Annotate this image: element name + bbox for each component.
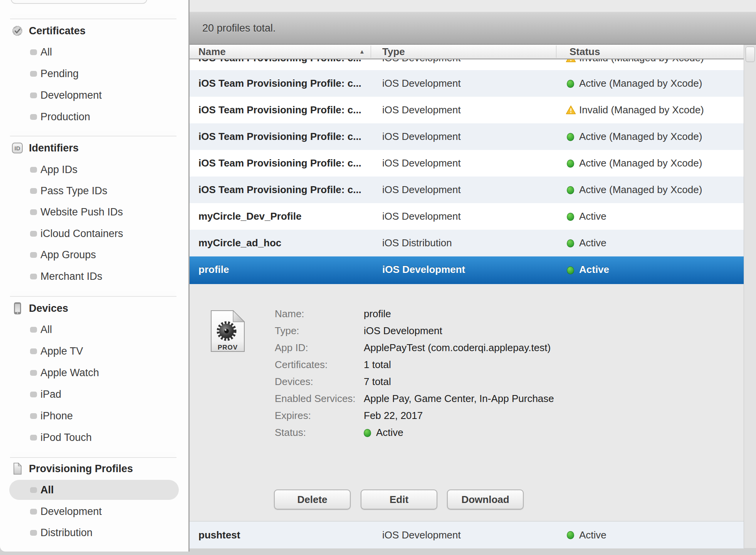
section-label: Devices: [29, 300, 68, 317]
column-header-status[interactable]: Status: [570, 45, 600, 59]
profile-status: Active: [579, 230, 606, 256]
table-row[interactable]: iOS Team Provisioning Profile: c... iOS …: [190, 123, 744, 150]
sidebar-divider: [10, 457, 176, 458]
scrollbar-thumb[interactable]: [746, 47, 755, 62]
sidebar-item-certificates-production[interactable]: Production: [0, 108, 188, 125]
profile-name: myCircle_Dev_Profile: [198, 203, 301, 230]
sidebar-item-profiles-all[interactable]: All: [0, 481, 188, 498]
sidebar-section-certificates: Certificates: [0, 22, 188, 39]
section-label: Identifiers: [29, 140, 79, 156]
profile-type: iOS Development: [382, 203, 461, 230]
sidebar-scrolled-item: [11, 0, 147, 4]
profile-name: iOS Team Provisioning Profile: c...: [198, 59, 361, 70]
profile-status: Active (Managed by Xcode): [579, 70, 702, 97]
bullet-icon: [30, 167, 37, 173]
profile-status: Invalid (Managed by Xcode): [579, 59, 704, 70]
section-label: Certificates: [29, 22, 86, 39]
edit-button[interactable]: Edit: [361, 489, 437, 510]
profile-type: iOS Distribution: [382, 230, 452, 256]
table-row-selected[interactable]: profile iOS Development Active: [190, 256, 744, 284]
status-invalid-icon: [566, 59, 576, 62]
profile-name: iOS Team Provisioning Profile: c...: [198, 97, 361, 123]
sidebar-item-profiles-development[interactable]: Development: [0, 503, 188, 520]
sidebar-item-iphone[interactable]: iPhone: [0, 407, 188, 424]
sidebar-item-devices-all[interactable]: All: [0, 321, 188, 338]
sidebar-item-app-ids[interactable]: App IDs: [0, 161, 188, 178]
bullet-icon: [30, 114, 37, 120]
device-icon: [11, 302, 24, 315]
status-active-icon: [567, 133, 574, 141]
profiles-main-pane: 20 profiles total. Name ▲ Type Status iO…: [190, 0, 756, 548]
column-divider: [371, 45, 371, 58]
table-row[interactable]: iOS Team Provisioning Profile: c... iOS …: [190, 150, 744, 177]
profile-type: iOS Development: [382, 59, 461, 70]
sidebar: Certificates All Pending Development Pro…: [0, 0, 190, 552]
column-divider: [556, 45, 556, 58]
sidebar-item-certificates-development[interactable]: Development: [0, 87, 188, 104]
profile-name: profile: [198, 256, 229, 283]
detail-field-type: Type: iOS Development: [190, 322, 744, 339]
profile-name: myCircle_ad_hoc: [198, 230, 281, 256]
sidebar-item-certificates-pending[interactable]: Pending: [0, 65, 188, 82]
sidebar-item-icloud-containers[interactable]: iCloud Containers: [0, 225, 188, 242]
table-row-clipped[interactable]: iOS Team Provisioning Profile: c... iOS …: [190, 59, 744, 70]
sidebar-item-profiles-distribution[interactable]: Distribution: [0, 524, 188, 541]
download-button[interactable]: Download: [447, 489, 524, 510]
table-row[interactable]: myCircle_Dev_Profile iOS Development Act…: [190, 203, 744, 230]
bullet-icon: [30, 413, 37, 419]
document-icon: [11, 462, 24, 475]
profile-type: iOS Development: [382, 123, 461, 150]
sidebar-item-ipad[interactable]: iPad: [0, 386, 188, 403]
sidebar-item-pass-type-ids[interactable]: Pass Type IDs: [0, 182, 188, 199]
sidebar-item-app-groups[interactable]: App Groups: [0, 246, 188, 263]
status-active-icon: [567, 239, 574, 247]
summary-toolbar: 20 profiles total.: [190, 12, 756, 45]
bullet-icon: [30, 274, 37, 279]
status-active-icon: [364, 429, 371, 437]
sidebar-item-ipod-touch[interactable]: iPod Touch: [0, 429, 188, 446]
sidebar-item-website-push-ids[interactable]: Website Push IDs: [0, 204, 188, 220]
profile-status: Active: [579, 256, 609, 283]
profile-status: Active (Managed by Xcode): [579, 123, 702, 150]
table-row[interactable]: iOS Team Provisioning Profile: c... iOS …: [190, 59, 744, 70]
sidebar-item-merchant-ids[interactable]: Merchant IDs: [0, 268, 188, 285]
profile-type: iOS Development: [382, 521, 461, 548]
table-row[interactable]: iOS Team Provisioning Profile: c... iOS …: [190, 97, 744, 123]
bullet-icon: [30, 231, 37, 237]
sidebar-divider: [10, 136, 176, 136]
bullet-icon: [30, 530, 37, 536]
column-header-name[interactable]: Name: [198, 45, 226, 59]
sidebar-divider: [10, 18, 176, 19]
detail-field-app-id: App ID: ApplePayTest (com.coderqi.applep…: [190, 339, 744, 356]
sort-ascending-icon: ▲: [359, 45, 365, 59]
profile-type: iOS Development: [382, 150, 461, 177]
table-row[interactable]: iOS Team Provisioning Profile: c... iOS …: [190, 70, 744, 97]
status-active-icon: [567, 80, 574, 88]
profile-type: iOS Development: [382, 70, 461, 97]
delete-button[interactable]: Delete: [274, 489, 351, 510]
bullet-icon: [30, 188, 37, 194]
scrollbar-track[interactable]: [744, 45, 756, 548]
profile-name: iOS Team Provisioning Profile: c...: [198, 70, 361, 97]
profile-type: iOS Development: [382, 97, 461, 123]
sidebar-section-devices: Devices: [0, 300, 188, 317]
detail-field-expires: Expires: Feb 22, 2017: [190, 407, 744, 424]
bullet-icon: [30, 252, 37, 258]
profile-name: iOS Team Provisioning Profile: c...: [198, 150, 361, 177]
id-badge-icon: ID: [11, 141, 24, 155]
table-row[interactable]: myCircle_ad_hoc iOS Distribution Active: [190, 230, 744, 256]
sidebar-item-apple-watch[interactable]: Apple Watch: [0, 364, 188, 381]
sidebar-item-apple-tv[interactable]: Apple TV: [0, 343, 188, 360]
table-row[interactable]: iOS Team Provisioning Profile: c... iOS …: [190, 177, 744, 203]
content-top-strip: [190, 0, 756, 12]
bullet-icon: [30, 209, 37, 215]
profile-type: iOS Development: [382, 256, 465, 283]
sidebar-section-provisioning-profiles: Provisioning Profiles: [0, 460, 188, 477]
detail-field-status: Status: Active: [190, 424, 744, 441]
sidebar-section-identifiers: ID Identifiers: [0, 140, 188, 156]
column-header-type[interactable]: Type: [382, 45, 405, 59]
detail-field-enabled-services: Enabled Services: Apple Pay, Game Center…: [190, 390, 744, 407]
sidebar-item-certificates-all[interactable]: All: [0, 44, 188, 61]
table-row[interactable]: pushtest iOS Development Active: [190, 521, 744, 548]
profile-name: iOS Team Provisioning Profile: c...: [198, 123, 361, 150]
